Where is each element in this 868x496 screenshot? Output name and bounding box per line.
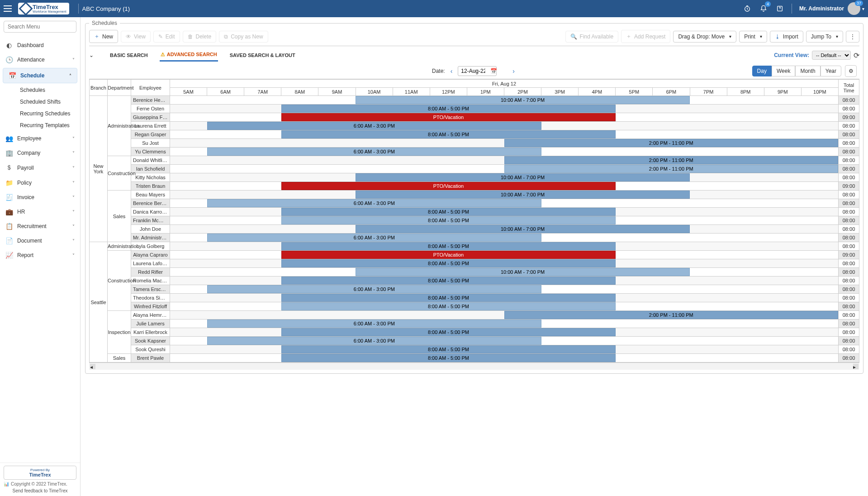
sidebar-item-attendance[interactable]: 🕒Attendance˅ <box>0 52 80 67</box>
timeline-cell[interactable]: 6:00 AM - 3:00 PM <box>170 199 839 208</box>
shift-bar[interactable]: 8:00 AM - 5:00 PM <box>281 259 616 267</box>
timeline-cell[interactable]: 6:00 AM - 3:00 PM <box>170 337 839 345</box>
sidebar-item-policy[interactable]: 📁Policy˅ <box>0 176 80 190</box>
schedule-row[interactable]: Su Jost2:00 PM - 11:00 PM08:00 <box>90 139 859 148</box>
timeline-cell[interactable]: 10:00 AM - 7:00 PM <box>170 268 839 277</box>
timeline-cell[interactable]: PTO/Vacation <box>170 251 839 259</box>
calendar-icon[interactable]: 📅 <box>490 68 497 74</box>
shift-bar[interactable]: 8:00 AM - 5:00 PM <box>281 242 616 250</box>
timeline-cell[interactable]: 8:00 AM - 5:00 PM <box>170 328 839 337</box>
schedule-row[interactable]: Laurena Laforest8:00 AM - 5:00 PM08:00 <box>90 259 859 268</box>
timeline-cell[interactable]: 8:00 AM - 5:00 PM <box>170 277 839 285</box>
schedule-row[interactable]: Romelia Macvicar8:00 AM - 5:00 PM08:00 <box>90 277 859 285</box>
shift-bar[interactable]: 8:00 AM - 5:00 PM <box>281 345 616 353</box>
schedule-row[interactable]: Regan Graper8:00 AM - 5:00 PM08:00 <box>90 130 859 139</box>
tab-basic-search[interactable]: BASIC SEARCH <box>109 50 149 61</box>
schedule-row[interactable]: Winfred Fitzloff8:00 AM - 5:00 PM08:00 <box>90 302 859 311</box>
shift-bar[interactable]: PTO/Vacation <box>281 113 616 121</box>
sidebar-subitem-scheduled-shifts[interactable]: Scheduled Shifts <box>14 96 80 108</box>
schedule-row[interactable]: Mr. Administrator6:00 AM - 3:00 PM08:00 <box>90 234 859 242</box>
schedule-row[interactable]: Yu Clemmens6:00 AM - 3:00 PM08:00 <box>90 148 859 156</box>
shift-bar[interactable]: 8:00 AM - 5:00 PM <box>281 294 616 302</box>
shift-bar[interactable]: 8:00 AM - 5:00 PM <box>281 354 616 362</box>
shift-bar[interactable]: PTO/Vacation <box>281 182 616 190</box>
shift-bar[interactable]: 6:00 AM - 3:00 PM <box>207 234 541 242</box>
help-icon[interactable] <box>773 2 786 15</box>
schedule-row[interactable]: Karri Ellerbrock8:00 AM - 5:00 PM08:00 <box>90 328 859 337</box>
sidebar-item-employee[interactable]: 👥Employee˅ <box>0 131 80 146</box>
sidebar-subitem-recurring-templates[interactable]: Recurring Templates <box>14 119 80 131</box>
sidebar-item-payroll[interactable]: ＄Payroll˅ <box>0 160 80 176</box>
sidebar-item-invoice[interactable]: 🧾Invoice˅ <box>0 190 80 205</box>
shift-bar[interactable]: 10:00 AM - 7:00 PM <box>356 225 690 233</box>
user-name[interactable]: Mr. Administrator <box>799 5 844 12</box>
timeline-cell[interactable]: 8:00 AM - 5:00 PM <box>170 208 839 216</box>
grid-settings[interactable]: ⚙ <box>845 65 857 77</box>
shift-bar[interactable]: 6:00 AM - 3:00 PM <box>207 337 541 345</box>
schedule-row[interactable]: Giuseppina FarrisPTO/Vacation09:00 <box>90 113 859 122</box>
schedule-row[interactable]: Theodora Simmons8:00 AM - 5:00 PM08:00 <box>90 294 859 302</box>
shift-bar[interactable]: 8:00 AM - 5:00 PM <box>281 277 616 285</box>
timeline-cell[interactable]: 10:00 AM - 7:00 PM <box>170 96 839 105</box>
powered-by[interactable]: Powered ByTimeTrex <box>4 466 76 480</box>
shift-bar[interactable]: 8:00 AM - 5:00 PM <box>281 216 616 224</box>
shift-bar[interactable]: 2:00 PM - 11:00 PM <box>504 139 839 147</box>
sidebar-item-recruitment[interactable]: 📋Recruitment˅ <box>0 219 80 234</box>
next-day[interactable]: › <box>511 67 517 75</box>
timeline-cell[interactable]: 2:00 PM - 11:00 PM <box>170 165 839 173</box>
schedule-row[interactable]: Julie Lamers6:00 AM - 3:00 PM08:00 <box>90 320 859 328</box>
menu-toggle[interactable] <box>4 3 14 14</box>
timeline-cell[interactable]: 6:00 AM - 3:00 PM <box>170 234 839 242</box>
shift-bar[interactable]: 8:00 AM - 5:00 PM <box>281 302 616 310</box>
schedule-row[interactable]: SeattleAdministrationLyla Golberg8:00 AM… <box>90 242 859 251</box>
schedule-row[interactable]: Sook Qureshi8:00 AM - 5:00 PM08:00 <box>90 345 859 354</box>
collapse-tabs[interactable]: ⌄ <box>89 52 98 58</box>
sidebar-item-document[interactable]: 📄Document˅ <box>0 234 80 248</box>
timeline-cell[interactable]: 2:00 PM - 11:00 PM <box>170 156 839 165</box>
shift-bar[interactable]: 6:00 AM - 3:00 PM <box>207 199 541 207</box>
shift-bar[interactable]: 2:00 PM - 11:00 PM <box>504 156 839 164</box>
shift-bar[interactable]: 6:00 AM - 3:00 PM <box>207 122 541 130</box>
avatar[interactable]: 37 <box>848 2 860 15</box>
sidebar-subitem-schedules[interactable]: Schedules <box>14 84 80 96</box>
shift-bar[interactable]: 8:00 AM - 5:00 PM <box>281 130 616 138</box>
timeline-cell[interactable]: 8:00 AM - 5:00 PM <box>170 345 839 354</box>
print-button[interactable]: Print▾ <box>739 31 767 43</box>
scroll-right[interactable]: ▸ <box>853 364 859 369</box>
shift-bar[interactable]: 8:00 AM - 5:00 PM <box>281 328 616 336</box>
timeline-cell[interactable]: 2:00 PM - 11:00 PM <box>170 311 839 320</box>
timer-icon[interactable] <box>741 2 754 15</box>
shift-bar[interactable]: 10:00 AM - 7:00 PM <box>356 191 690 199</box>
search-menu-input[interactable] <box>4 21 76 33</box>
timeline-cell[interactable]: 10:00 AM - 7:00 PM <box>170 173 839 182</box>
timeline-cell[interactable]: 8:00 AM - 5:00 PM <box>170 354 839 362</box>
logo[interactable]: TimeTrex Workforce Management <box>18 3 69 14</box>
shift-bar[interactable]: 10:00 AM - 7:00 PM <box>356 96 690 104</box>
shift-bar[interactable]: 6:00 AM - 3:00 PM <box>207 285 541 293</box>
schedule-row[interactable]: SalesBeau Mayers10:00 AM - 7:00 PM08:00 <box>90 191 859 199</box>
sidebar-item-report[interactable]: 📈Report˅ <box>0 248 80 262</box>
timeline-cell[interactable]: 6:00 AM - 3:00 PM <box>170 122 839 130</box>
timeline-cell[interactable]: 8:00 AM - 5:00 PM <box>170 242 839 251</box>
sidebar-item-dashboard[interactable]: ◐Dashboard <box>0 38 80 52</box>
timeline-cell[interactable]: 10:00 AM - 7:00 PM <box>170 225 839 234</box>
schedule-row[interactable]: Redd Rifler10:00 AM - 7:00 PM08:00 <box>90 268 859 277</box>
bell-icon[interactable]: 4 <box>757 2 770 15</box>
schedule-row[interactable]: New YorkAdministrationBerenice Hemrich10… <box>90 96 859 105</box>
timeline-cell[interactable]: 10:00 AM - 7:00 PM <box>170 191 839 199</box>
sidebar-subitem-recurring-schedules[interactable]: Recurring Schedules <box>14 108 80 119</box>
shift-bar[interactable]: 8:00 AM - 5:00 PM <box>281 208 616 216</box>
timeline-cell[interactable]: 8:00 AM - 5:00 PM <box>170 105 839 113</box>
timeline-cell[interactable]: 8:00 AM - 5:00 PM <box>170 259 839 268</box>
schedule-row[interactable]: Sook Kapsner6:00 AM - 3:00 PM08:00 <box>90 337 859 345</box>
timeline-cell[interactable]: 6:00 AM - 3:00 PM <box>170 320 839 328</box>
new-button[interactable]: ＋New <box>89 30 118 43</box>
shift-bar[interactable]: 6:00 AM - 3:00 PM <box>207 320 541 328</box>
timeline-cell[interactable]: 8:00 AM - 5:00 PM <box>170 302 839 311</box>
feedback-link[interactable]: Send feedback to TimeTrex <box>13 488 68 493</box>
shift-bar[interactable]: 2:00 PM - 11:00 PM <box>504 311 839 319</box>
timeline-cell[interactable]: 6:00 AM - 3:00 PM <box>170 285 839 294</box>
schedule-row[interactable]: Franklin McMichaels8:00 AM - 5:00 PM08:0… <box>90 216 859 225</box>
shift-bar[interactable]: 8:00 AM - 5:00 PM <box>281 105 616 113</box>
timeline-cell[interactable]: 8:00 AM - 5:00 PM <box>170 216 839 225</box>
